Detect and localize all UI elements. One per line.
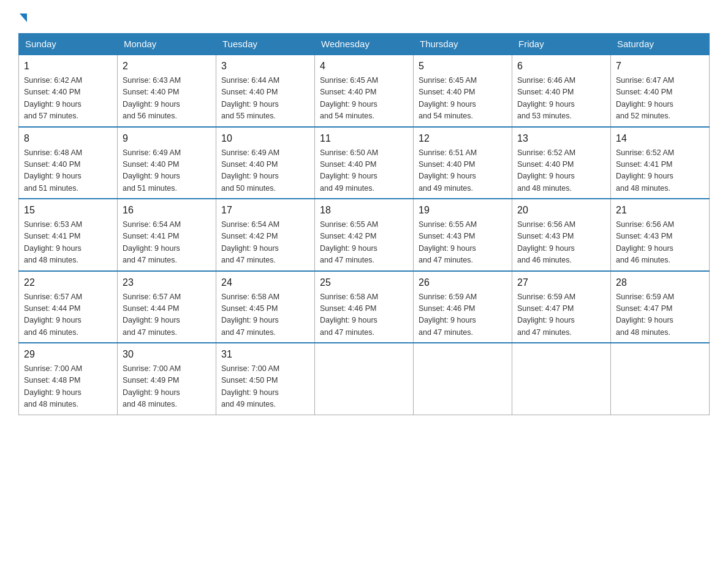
calendar-day-5: 5Sunrise: 6:45 AMSunset: 4:40 PMDaylight… — [414, 55, 512, 127]
day-info: Sunrise: 6:51 AMSunset: 4:40 PMDaylight:… — [419, 147, 507, 195]
day-info: Sunrise: 6:44 AMSunset: 4:40 PMDaylight:… — [221, 75, 309, 123]
calendar-header-row: SundayMondayTuesdayWednesdayThursdayFrid… — [19, 34, 710, 55]
calendar-week-2: 8Sunrise: 6:48 AMSunset: 4:40 PMDaylight… — [19, 127, 710, 199]
day-number: 5 — [419, 59, 507, 74]
day-info: Sunrise: 7:00 AMSunset: 4:49 PMDaylight:… — [123, 363, 211, 411]
calendar-empty-cell — [414, 343, 512, 415]
calendar-day-1: 1Sunrise: 6:42 AMSunset: 4:40 PMDaylight… — [19, 55, 118, 127]
day-number: 1 — [24, 59, 112, 74]
day-info: Sunrise: 6:54 AMSunset: 4:42 PMDaylight:… — [221, 219, 309, 267]
calendar-day-27: 27Sunrise: 6:59 AMSunset: 4:47 PMDayligh… — [512, 271, 611, 343]
day-info: Sunrise: 6:52 AMSunset: 4:40 PMDaylight:… — [517, 147, 605, 195]
day-number: 10 — [221, 131, 309, 146]
day-info: Sunrise: 6:55 AMSunset: 4:43 PMDaylight:… — [419, 219, 507, 267]
calendar-day-19: 19Sunrise: 6:55 AMSunset: 4:43 PMDayligh… — [414, 199, 512, 271]
calendar-day-14: 14Sunrise: 6:52 AMSunset: 4:41 PMDayligh… — [611, 127, 710, 199]
calendar-week-4: 22Sunrise: 6:57 AMSunset: 4:44 PMDayligh… — [19, 271, 710, 343]
day-number: 25 — [320, 275, 408, 290]
day-number: 20 — [517, 203, 605, 218]
day-number: 12 — [419, 131, 507, 146]
calendar-day-9: 9Sunrise: 6:49 AMSunset: 4:40 PMDaylight… — [118, 127, 216, 199]
day-info: Sunrise: 7:00 AMSunset: 4:50 PMDaylight:… — [221, 363, 309, 411]
day-number: 30 — [123, 347, 211, 362]
calendar-day-4: 4Sunrise: 6:45 AMSunset: 4:40 PMDaylight… — [315, 55, 414, 127]
calendar-header-sunday: Sunday — [19, 34, 118, 55]
calendar-day-10: 10Sunrise: 6:49 AMSunset: 4:40 PMDayligh… — [216, 127, 315, 199]
day-info: Sunrise: 6:57 AMSunset: 4:44 PMDaylight:… — [123, 291, 211, 339]
calendar-day-21: 21Sunrise: 6:56 AMSunset: 4:43 PMDayligh… — [611, 199, 710, 271]
day-number: 11 — [320, 131, 408, 146]
calendar-day-2: 2Sunrise: 6:43 AMSunset: 4:40 PMDaylight… — [118, 55, 216, 127]
calendar-header-saturday: Saturday — [611, 34, 710, 55]
day-number: 4 — [320, 59, 408, 74]
day-number: 27 — [517, 275, 605, 290]
page-header — [18, 12, 710, 21]
day-number: 31 — [221, 347, 309, 362]
day-number: 13 — [517, 131, 605, 146]
day-number: 6 — [517, 59, 605, 74]
logo — [18, 12, 27, 21]
calendar-day-25: 25Sunrise: 6:58 AMSunset: 4:46 PMDayligh… — [315, 271, 414, 343]
calendar-day-13: 13Sunrise: 6:52 AMSunset: 4:40 PMDayligh… — [512, 127, 611, 199]
calendar-day-26: 26Sunrise: 6:59 AMSunset: 4:46 PMDayligh… — [414, 271, 512, 343]
day-info: Sunrise: 6:46 AMSunset: 4:40 PMDaylight:… — [517, 75, 605, 123]
day-number: 29 — [24, 347, 112, 362]
calendar-day-17: 17Sunrise: 6:54 AMSunset: 4:42 PMDayligh… — [216, 199, 315, 271]
calendar-header-friday: Friday — [512, 34, 611, 55]
day-info: Sunrise: 6:56 AMSunset: 4:43 PMDaylight:… — [616, 219, 704, 267]
day-info: Sunrise: 6:50 AMSunset: 4:40 PMDaylight:… — [320, 147, 408, 195]
day-info: Sunrise: 6:47 AMSunset: 4:40 PMDaylight:… — [616, 75, 704, 123]
day-info: Sunrise: 6:57 AMSunset: 4:44 PMDaylight:… — [24, 291, 112, 339]
day-number: 14 — [616, 131, 704, 146]
calendar-day-6: 6Sunrise: 6:46 AMSunset: 4:40 PMDaylight… — [512, 55, 611, 127]
calendar-table: SundayMondayTuesdayWednesdayThursdayFrid… — [18, 33, 710, 415]
day-info: Sunrise: 6:48 AMSunset: 4:40 PMDaylight:… — [24, 147, 112, 195]
day-number: 3 — [221, 59, 309, 74]
day-number: 8 — [24, 131, 112, 146]
calendar-day-30: 30Sunrise: 7:00 AMSunset: 4:49 PMDayligh… — [118, 343, 216, 415]
day-info: Sunrise: 6:52 AMSunset: 4:41 PMDaylight:… — [616, 147, 704, 195]
calendar-day-28: 28Sunrise: 6:59 AMSunset: 4:47 PMDayligh… — [611, 271, 710, 343]
day-number: 18 — [320, 203, 408, 218]
day-info: Sunrise: 6:59 AMSunset: 4:47 PMDaylight:… — [517, 291, 605, 339]
day-number: 16 — [123, 203, 211, 218]
day-info: Sunrise: 6:45 AMSunset: 4:40 PMDaylight:… — [320, 75, 408, 123]
day-info: Sunrise: 6:42 AMSunset: 4:40 PMDaylight:… — [24, 75, 112, 123]
day-number: 21 — [616, 203, 704, 218]
calendar-day-16: 16Sunrise: 6:54 AMSunset: 4:41 PMDayligh… — [118, 199, 216, 271]
calendar-day-3: 3Sunrise: 6:44 AMSunset: 4:40 PMDaylight… — [216, 55, 315, 127]
day-number: 7 — [616, 59, 704, 74]
day-number: 17 — [221, 203, 309, 218]
calendar-day-18: 18Sunrise: 6:55 AMSunset: 4:42 PMDayligh… — [315, 199, 414, 271]
day-number: 23 — [123, 275, 211, 290]
day-info: Sunrise: 6:55 AMSunset: 4:42 PMDaylight:… — [320, 219, 408, 267]
calendar-day-31: 31Sunrise: 7:00 AMSunset: 4:50 PMDayligh… — [216, 343, 315, 415]
calendar-empty-cell — [611, 343, 710, 415]
calendar-day-29: 29Sunrise: 7:00 AMSunset: 4:48 PMDayligh… — [19, 343, 118, 415]
calendar-header-monday: Monday — [118, 34, 216, 55]
calendar-day-23: 23Sunrise: 6:57 AMSunset: 4:44 PMDayligh… — [118, 271, 216, 343]
day-info: Sunrise: 6:53 AMSunset: 4:41 PMDaylight:… — [24, 219, 112, 267]
calendar-day-15: 15Sunrise: 6:53 AMSunset: 4:41 PMDayligh… — [19, 199, 118, 271]
logo-arrow-icon — [20, 13, 27, 22]
calendar-header-tuesday: Tuesday — [216, 34, 315, 55]
day-info: Sunrise: 6:58 AMSunset: 4:45 PMDaylight:… — [221, 291, 309, 339]
calendar-day-24: 24Sunrise: 6:58 AMSunset: 4:45 PMDayligh… — [216, 271, 315, 343]
calendar-day-8: 8Sunrise: 6:48 AMSunset: 4:40 PMDaylight… — [19, 127, 118, 199]
calendar-empty-cell — [512, 343, 611, 415]
calendar-header-wednesday: Wednesday — [315, 34, 414, 55]
day-number: 15 — [24, 203, 112, 218]
calendar-empty-cell — [315, 343, 414, 415]
calendar-week-1: 1Sunrise: 6:42 AMSunset: 4:40 PMDaylight… — [19, 55, 710, 127]
day-info: Sunrise: 6:43 AMSunset: 4:40 PMDaylight:… — [123, 75, 211, 123]
calendar-day-22: 22Sunrise: 6:57 AMSunset: 4:44 PMDayligh… — [19, 271, 118, 343]
day-number: 24 — [221, 275, 309, 290]
day-number: 22 — [24, 275, 112, 290]
calendar-week-5: 29Sunrise: 7:00 AMSunset: 4:48 PMDayligh… — [19, 343, 710, 415]
day-info: Sunrise: 6:49 AMSunset: 4:40 PMDaylight:… — [221, 147, 309, 195]
calendar-day-11: 11Sunrise: 6:50 AMSunset: 4:40 PMDayligh… — [315, 127, 414, 199]
day-number: 19 — [419, 203, 507, 218]
day-number: 2 — [123, 59, 211, 74]
day-info: Sunrise: 6:54 AMSunset: 4:41 PMDaylight:… — [123, 219, 211, 267]
day-info: Sunrise: 6:59 AMSunset: 4:47 PMDaylight:… — [616, 291, 704, 339]
